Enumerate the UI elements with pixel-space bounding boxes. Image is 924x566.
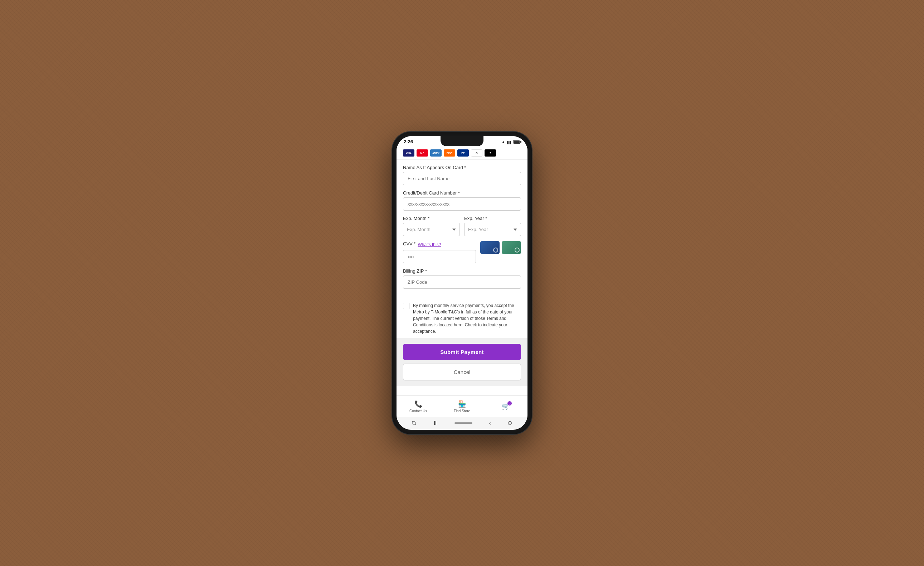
cart-badge-wrapper: 🛒 0: [502, 403, 510, 411]
discover-icon: DISC: [444, 149, 455, 157]
zip-input[interactable]: [403, 275, 521, 289]
contact-icon: 📞: [414, 400, 422, 408]
whats-this-link[interactable]: What's this?: [418, 242, 441, 247]
bottom-nav: 📞 Contact Us 🏪 Find Store 🛒 0: [396, 396, 528, 417]
system-nav-bar: ⧉ ⏸ ‹ ⊙: [396, 417, 528, 430]
terms-row: By making monthly service payments, you …: [396, 299, 528, 338]
cvv-label-row: CVV * What's this?: [403, 241, 476, 248]
signal-icon: [507, 139, 512, 145]
cvv-card-back-image: [502, 241, 521, 254]
contact-label: Contact Us: [410, 409, 427, 413]
back-button[interactable]: ‹: [489, 420, 490, 426]
cvv-circle-indicator: [493, 248, 498, 253]
exp-year-label: Exp. Year *: [464, 216, 521, 221]
store-icon: 🏪: [458, 400, 466, 408]
gpay-icon: G: [471, 149, 482, 157]
battery-icon: [513, 140, 520, 144]
recent-apps-button[interactable]: ⧉: [412, 420, 416, 426]
cvv-left: CVV * What's this?: [403, 241, 476, 263]
cancel-button[interactable]: Cancel: [403, 364, 521, 381]
phone-frame: 2:26 VISA MC AMEX DISC PP G ✦: [392, 132, 532, 434]
card-number-field-group: Credit/Debit Card Number *: [403, 190, 521, 211]
name-field-group: Name As It Appears On Card *: [403, 165, 521, 185]
exp-month-label: Exp. Month *: [403, 216, 460, 221]
terms-link-2[interactable]: here.: [454, 322, 464, 327]
status-icons: [501, 139, 520, 145]
zip-field-group: Billing ZIP *: [403, 268, 521, 289]
name-label: Name As It Appears On Card *: [403, 165, 521, 170]
find-store-nav-item[interactable]: 🏪 Find Store: [440, 399, 483, 414]
apple-pay-icon: ✦: [484, 149, 496, 157]
cvv-input[interactable]: [403, 250, 476, 263]
terms-text: By making monthly service payments, you …: [413, 303, 521, 334]
card-number-input[interactable]: [403, 197, 521, 211]
terms-text-part1: By making monthly service payments, you …: [413, 303, 514, 308]
visa-icon: VISA: [403, 149, 414, 157]
cart-nav-item[interactable]: 🛒 0: [484, 401, 528, 412]
payment-form: Name As It Appears On Card * Credit/Debi…: [396, 160, 528, 299]
exp-year-select[interactable]: Exp. Year 202420252026 202720282029 2030: [464, 223, 521, 236]
notch: [441, 136, 483, 146]
camera-button[interactable]: ⊙: [507, 420, 512, 426]
exp-month-select[interactable]: Exp. Month 010203 040506 070809 101112: [403, 223, 460, 236]
card-number-label: Credit/Debit Card Number *: [403, 190, 521, 196]
home-button[interactable]: [454, 422, 472, 424]
pause-button[interactable]: ⏸: [432, 420, 438, 426]
amex-icon: AMEX: [430, 149, 442, 157]
name-input[interactable]: [403, 172, 521, 185]
terms-link-1[interactable]: Metro by T-Mobile T&C's: [413, 310, 460, 315]
submit-payment-button[interactable]: Submit Payment: [403, 344, 521, 360]
cvv-card-images: [480, 241, 521, 254]
wifi-icon: [501, 139, 505, 145]
card-icons-row: VISA MC AMEX DISC PP G ✦: [396, 146, 528, 160]
expiry-row: Exp. Month * Exp. Month 010203 040506 07…: [403, 216, 521, 236]
status-time: 2:26: [404, 139, 413, 145]
paypal-icon: PP: [458, 149, 469, 157]
cvv-row: CVV * What's this?: [403, 241, 521, 263]
store-label: Find Store: [454, 409, 470, 413]
cvv-label: CVV *: [403, 241, 416, 247]
mastercard-icon: MC: [417, 149, 428, 157]
cvv-card-front-image: [480, 241, 500, 254]
zip-label: Billing ZIP *: [403, 268, 521, 274]
action-section: Submit Payment Cancel: [396, 338, 528, 386]
cvv-circle-indicator-back: [514, 248, 520, 253]
exp-month-field-group: Exp. Month * Exp. Month 010203 040506 07…: [403, 216, 460, 236]
exp-year-field-group: Exp. Year * Exp. Year 202420252026 20272…: [464, 216, 521, 236]
contact-us-nav-item[interactable]: 📞 Contact Us: [396, 399, 440, 414]
terms-checkbox[interactable]: [403, 303, 410, 309]
scroll-content: VISA MC AMEX DISC PP G ✦ Name As It Appe…: [396, 146, 528, 396]
phone-screen: 2:26 VISA MC AMEX DISC PP G ✦: [396, 136, 528, 430]
cart-badge: 0: [507, 401, 512, 405]
